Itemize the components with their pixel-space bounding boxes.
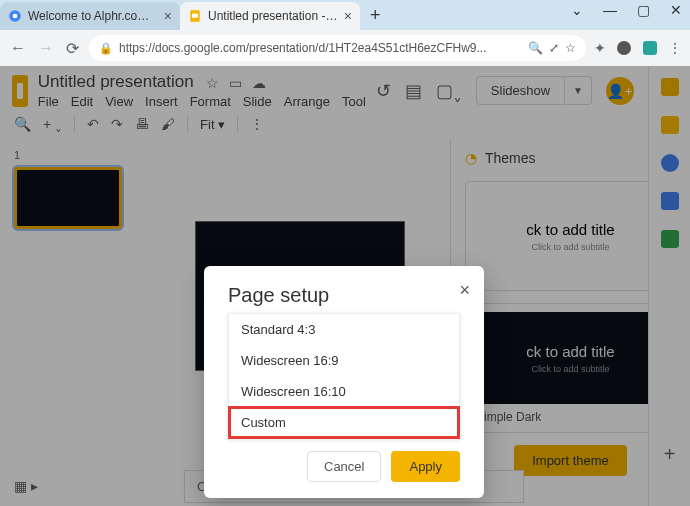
- slideshow-dropdown[interactable]: ▼: [565, 76, 592, 105]
- search-tool-icon[interactable]: 🔍: [14, 116, 31, 132]
- star-icon[interactable]: ☆: [565, 41, 576, 55]
- address-bar: ← → ⟳ 🔒 https://docs.google.com/presenta…: [0, 30, 690, 66]
- tab-title: Untitled presentation - Google S: [208, 9, 338, 23]
- slideshow-button[interactable]: Slideshow: [476, 76, 565, 105]
- minimize-icon[interactable]: —: [603, 2, 617, 18]
- menu-bar: File Edit View Insert Format Slide Arran…: [38, 94, 366, 109]
- more-tools-icon[interactable]: ⋮: [250, 116, 264, 132]
- undo-icon[interactable]: ↶: [87, 116, 99, 132]
- close-window-icon[interactable]: ✕: [670, 2, 682, 18]
- grid-view-icon[interactable]: ▦ ▸: [14, 478, 38, 494]
- search-in-page-icon[interactable]: 🔍: [528, 41, 543, 55]
- back-button[interactable]: ←: [8, 37, 28, 59]
- dialog-title: Page setup: [204, 284, 484, 313]
- browser-tab-inactive[interactable]: Welcome to Alphr.com - Google ×: [0, 2, 180, 30]
- apply-button[interactable]: Apply: [391, 451, 460, 482]
- svg-rect-3: [192, 14, 198, 18]
- zoom-select[interactable]: Fit ▾: [200, 117, 225, 132]
- rail-calendar-icon[interactable]: [661, 78, 679, 96]
- browser-tab-strip: Welcome to Alphr.com - Google × Untitled…: [0, 0, 690, 30]
- lock-icon: 🔒: [99, 42, 113, 55]
- filmstrip: 1: [0, 139, 150, 483]
- window-controls: ⌄ — ▢ ✕: [571, 2, 682, 18]
- tab-title: Welcome to Alphr.com - Google: [28, 9, 158, 23]
- themes-icon: ◔: [465, 150, 477, 166]
- themes-title: Themes: [485, 150, 536, 166]
- theme-card-light[interactable]: ck to add title Click to add subtitle: [465, 181, 676, 291]
- menu-arrange[interactable]: Arrange: [284, 94, 330, 109]
- translate-icon[interactable]: ⤢: [549, 41, 559, 55]
- share-button[interactable]: 👤+: [606, 77, 634, 105]
- document-title[interactable]: Untitled presentation: [38, 72, 194, 91]
- rail-contacts-icon[interactable]: [661, 192, 679, 210]
- option-standard-4-3[interactable]: Standard 4:3: [229, 314, 459, 345]
- new-slide-icon[interactable]: + ˬ: [43, 116, 62, 132]
- cloud-status-icon[interactable]: ☁: [252, 75, 266, 91]
- present-meet-icon[interactable]: ▢ˬ: [436, 80, 462, 102]
- menu-format[interactable]: Format: [190, 94, 231, 109]
- browser-tab-active[interactable]: Untitled presentation - Google S ×: [180, 2, 360, 30]
- svg-rect-5: [643, 41, 657, 55]
- app-header: Untitled presentation ☆ ▭ ☁ File Edit Vi…: [0, 66, 690, 109]
- slide-number: 1: [14, 149, 20, 161]
- svg-point-1: [13, 14, 18, 19]
- aspect-ratio-dropdown: Standard 4:3 Widescreen 16:9 Widescreen …: [228, 313, 460, 439]
- menu-tool[interactable]: Tool: [342, 94, 366, 109]
- menu-slide[interactable]: Slide: [243, 94, 272, 109]
- page-setup-dialog: Page setup × Standard 4:3 Widescreen 16:…: [204, 266, 484, 498]
- star-doc-icon[interactable]: ☆: [206, 75, 219, 91]
- redo-icon[interactable]: ↷: [111, 116, 123, 132]
- browser-menu-icon[interactable]: ⋮: [668, 40, 682, 56]
- rail-add-icon[interactable]: +: [664, 443, 676, 466]
- option-custom[interactable]: Custom: [229, 407, 459, 438]
- menu-view[interactable]: View: [105, 94, 133, 109]
- print-icon[interactable]: 🖶: [135, 116, 149, 132]
- svg-point-4: [617, 41, 631, 55]
- theme-label: Simple Dark: [474, 404, 667, 424]
- toolbar: 🔍 + ˬ ↶ ↷ 🖶 🖌 Fit ▾ ⋮ ⌃: [0, 109, 690, 139]
- tab-close-icon[interactable]: ×: [164, 8, 172, 24]
- forward-button: →: [36, 37, 56, 59]
- side-rail: +: [648, 66, 690, 506]
- maximize-icon[interactable]: ▢: [637, 2, 650, 18]
- chrome-favicon: [8, 9, 22, 23]
- option-widescreen-16-9[interactable]: Widescreen 16:9: [229, 345, 459, 376]
- menu-file[interactable]: File: [38, 94, 59, 109]
- url-input[interactable]: 🔒 https://docs.google.com/presentation/d…: [89, 35, 586, 61]
- tab-close-icon[interactable]: ×: [344, 8, 352, 24]
- comments-icon[interactable]: ▤: [405, 80, 422, 102]
- move-doc-icon[interactable]: ▭: [229, 75, 242, 91]
- option-widescreen-16-10[interactable]: Widescreen 16:10: [229, 376, 459, 407]
- history-icon[interactable]: ↺: [376, 80, 391, 102]
- url-text: https://docs.google.com/presentation/d/1…: [119, 41, 522, 55]
- extension-icon-2[interactable]: [642, 40, 658, 56]
- new-tab-button[interactable]: +: [360, 5, 391, 26]
- cancel-button[interactable]: Cancel: [307, 451, 381, 482]
- slides-logo[interactable]: [12, 75, 28, 107]
- chevron-down-icon[interactable]: ⌄: [571, 2, 583, 18]
- slides-favicon: [188, 9, 202, 23]
- slide-thumbnail[interactable]: [14, 167, 122, 229]
- menu-insert[interactable]: Insert: [145, 94, 178, 109]
- paint-format-icon[interactable]: 🖌: [161, 116, 175, 132]
- theme-card-dark[interactable]: ck to add title Click to add subtitle Si…: [465, 303, 676, 433]
- rail-tasks-icon[interactable]: [661, 154, 679, 172]
- dialog-close-icon[interactable]: ×: [459, 280, 470, 301]
- rail-maps-icon[interactable]: [661, 230, 679, 248]
- extensions-icon[interactable]: ✦: [594, 40, 606, 56]
- menu-edit[interactable]: Edit: [71, 94, 93, 109]
- rail-keep-icon[interactable]: [661, 116, 679, 134]
- extension-icon-1[interactable]: [616, 40, 632, 56]
- reload-button[interactable]: ⟳: [64, 37, 81, 60]
